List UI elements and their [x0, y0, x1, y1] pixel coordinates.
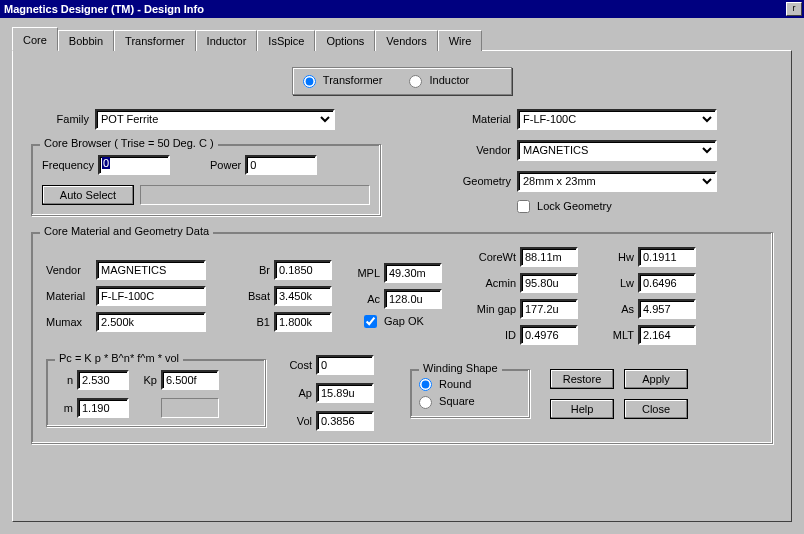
radio-inductor-label: Inductor: [429, 74, 469, 86]
mumax-input[interactable]: [96, 312, 206, 332]
hw-input[interactable]: [638, 247, 696, 267]
lw-label: Lw: [596, 277, 634, 289]
power-label: Power: [210, 159, 241, 171]
vendor-top-label: Vendor: [441, 144, 511, 156]
material-label: Material: [46, 290, 96, 302]
mpl-label: MPL: [346, 267, 380, 279]
material-top-select[interactable]: F-LF-100C: [517, 109, 717, 130]
bsat-label: Bsat: [236, 290, 270, 302]
id-label: ID: [466, 329, 516, 341]
vendor-label: Vendor: [46, 264, 96, 276]
gapok-checkbox[interactable]: Gap OK: [364, 315, 424, 329]
power-input[interactable]: [245, 155, 317, 175]
pc-kp-input[interactable]: [161, 370, 219, 390]
pc-m-input[interactable]: [77, 398, 129, 418]
mumax-label: Mumax: [46, 316, 96, 328]
close-button[interactable]: Close: [624, 399, 688, 419]
pc-legend: Pc = K p * B^n* f^m * vol: [55, 352, 183, 364]
cmgd-legend: Core Material and Geometry Data: [40, 225, 213, 237]
mingap-input[interactable]: [520, 299, 578, 319]
ac-input[interactable]: [384, 289, 442, 309]
acmin-input[interactable]: [520, 273, 578, 293]
radio-round-label: Round: [439, 378, 471, 390]
tab-bobbin[interactable]: Bobbin: [58, 30, 114, 51]
design-type-panel: Transformer Inductor: [292, 67, 512, 95]
tab-panel-core: Transformer Inductor Family POT Ferrite …: [12, 50, 792, 522]
br-input[interactable]: [274, 260, 332, 280]
titlebar: Magnetics Designer (TM) - Design Info r: [0, 0, 804, 18]
mlt-label: MLT: [596, 329, 634, 341]
ap-input[interactable]: [316, 383, 374, 403]
window-title: Magnetics Designer (TM) - Design Info: [4, 3, 204, 15]
lw-input[interactable]: [638, 273, 696, 293]
ac-label: Ac: [346, 293, 380, 305]
window-body: Core Bobbin Transformer Inductor IsSpice…: [0, 18, 804, 534]
radio-inductor[interactable]: Inductor: [409, 74, 469, 86]
apply-button[interactable]: Apply: [624, 369, 688, 389]
pc-kp-label: Kp: [129, 374, 157, 386]
tab-options[interactable]: Options: [315, 30, 375, 51]
as-input[interactable]: [638, 299, 696, 319]
acmin-label: Acmin: [466, 277, 516, 289]
br-label: Br: [236, 264, 270, 276]
tab-inductor[interactable]: Inductor: [196, 30, 258, 51]
mpl-input[interactable]: [384, 263, 442, 283]
close-icon[interactable]: r: [786, 2, 802, 16]
tab-wire[interactable]: Wire: [438, 30, 483, 51]
tab-transformer[interactable]: Transformer: [114, 30, 196, 51]
tab-vendors[interactable]: Vendors: [375, 30, 437, 51]
vendor-top-select[interactable]: MAGNETICS: [517, 140, 717, 161]
geometry-select[interactable]: 28mm x 23mm: [517, 171, 717, 192]
core-browser-legend: Core Browser ( Trise = 50 Deg. C ): [40, 137, 218, 149]
as-label: As: [596, 303, 634, 315]
vol-label: Vol: [278, 415, 312, 427]
lock-geometry-checkbox[interactable]: Lock Geometry: [517, 200, 612, 214]
restore-button[interactable]: Restore: [550, 369, 614, 389]
family-label: Family: [31, 113, 89, 125]
pc-blank: [161, 398, 219, 418]
radio-transformer[interactable]: Transformer: [303, 74, 382, 86]
pc-n-label: n: [57, 374, 73, 386]
geometry-label: Geometry: [441, 175, 511, 187]
lock-geometry-label: Lock Geometry: [537, 200, 612, 212]
corewt-label: CoreWt: [466, 251, 516, 263]
auto-select-status: [140, 185, 370, 205]
cost-input[interactable]: [316, 355, 374, 375]
vendor-input[interactable]: [96, 260, 206, 280]
radio-square-label: Square: [439, 395, 474, 407]
mingap-label: Min gap: [466, 303, 516, 315]
radio-round[interactable]: Round: [419, 378, 471, 390]
radio-transformer-label: Transformer: [323, 74, 383, 86]
b1-label: B1: [236, 316, 270, 328]
hw-label: Hw: [596, 251, 634, 263]
auto-select-button[interactable]: Auto Select: [42, 185, 134, 205]
radio-square[interactable]: Square: [419, 395, 475, 407]
help-button[interactable]: Help: [550, 399, 614, 419]
winding-shape-legend: Winding Shape: [419, 362, 502, 374]
tab-core[interactable]: Core: [12, 27, 58, 51]
mlt-input[interactable]: [638, 325, 696, 345]
gapok-label: Gap OK: [384, 315, 424, 327]
pc-n-input[interactable]: [77, 370, 129, 390]
material-top-label: Material: [441, 113, 511, 125]
ap-label: Ap: [278, 387, 312, 399]
tab-isspice[interactable]: IsSpice: [257, 30, 315, 51]
frequency-value: 0: [102, 157, 110, 169]
family-select[interactable]: POT Ferrite: [95, 109, 335, 130]
id-input[interactable]: [520, 325, 578, 345]
b1-input[interactable]: [274, 312, 332, 332]
corewt-input[interactable]: [520, 247, 578, 267]
vol-input[interactable]: [316, 411, 374, 431]
bsat-input[interactable]: [274, 286, 332, 306]
pc-m-label: m: [57, 402, 73, 414]
material-input[interactable]: [96, 286, 206, 306]
frequency-label: Frequency: [42, 159, 94, 171]
tab-strip: Core Bobbin Transformer Inductor IsSpice…: [12, 26, 792, 50]
cost-label: Cost: [278, 359, 312, 371]
